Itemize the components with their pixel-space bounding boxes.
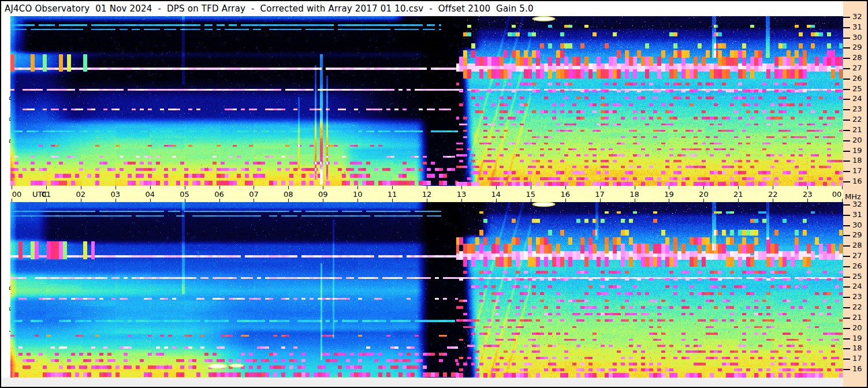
time-tick-label: 10 [353, 190, 363, 199]
time-tick-label: 06 [214, 190, 224, 199]
time-tick [842, 186, 843, 189]
dps-window: AJ4CO Observatory 01 Nov 2024 - DPS on T… [0, 0, 868, 388]
freq-tick [843, 109, 850, 110]
time-tick [357, 186, 358, 189]
freq-tick [843, 286, 850, 288]
time-tick [12, 186, 12, 189]
time-tick-label: 11 [388, 190, 397, 199]
time-tick-label: 23 [803, 190, 813, 199]
freq-tick-label: 21 [852, 314, 862, 322]
time-tick [531, 186, 531, 189]
freq-tick [843, 130, 850, 131]
time-tick-label: 03 [110, 190, 120, 199]
freq-tick [843, 17, 850, 18]
freq-tick [843, 215, 850, 216]
freq-tick [843, 79, 850, 80]
time-tick [116, 186, 116, 189]
freq-tick-label: 25 [852, 273, 862, 281]
freq-tick-label: 29 [852, 231, 862, 239]
time-tick-label: 01 [42, 190, 51, 199]
freq-tick-label: 20 [852, 136, 862, 144]
time-tick [46, 186, 47, 189]
time-tick-label: 21 [733, 190, 743, 199]
left-margin: R C P L C P [1, 16, 10, 387]
time-tick-label: 15 [526, 190, 536, 199]
time-tick [288, 186, 289, 189]
frequency-scale: MHz 323130292827262524232221201918171632… [843, 1, 867, 387]
time-tick [427, 186, 427, 189]
time-tick [219, 186, 220, 189]
freq-tick-label: 29 [852, 43, 862, 51]
freq-tick [843, 318, 850, 319]
freq-tick-label: 24 [852, 282, 862, 290]
freq-tick-label: 18 [852, 344, 862, 352]
time-tick-label: 20 [699, 190, 709, 199]
time-tick-label: 00 [832, 190, 842, 199]
freq-tick [843, 348, 850, 349]
freq-tick [843, 245, 850, 247]
freq-tick-label: 21 [852, 126, 862, 134]
freq-tick-label: 31 [852, 23, 862, 31]
freq-tick-label: 16 [852, 365, 862, 373]
freq-tick [843, 181, 850, 182]
freq-tick-label: 20 [852, 324, 862, 332]
freq-tick [843, 328, 850, 329]
freq-tick-label: 32 [852, 200, 862, 208]
time-tick-label: 13 [457, 190, 467, 199]
freq-tick [843, 140, 850, 141]
freq-tick [843, 277, 850, 278]
freq-tick-label: 17 [852, 355, 862, 363]
freq-tick [843, 359, 850, 360]
time-tick [738, 186, 739, 189]
freq-tick [843, 256, 850, 257]
freq-tick-label: 18 [852, 156, 862, 165]
freq-tick-label: 19 [852, 334, 862, 342]
freq-tick-label: 23 [852, 105, 862, 113]
time-tick-label: 00 [12, 190, 22, 199]
freq-tick [843, 225, 850, 226]
freq-tick [843, 27, 850, 28]
freq-tick [843, 171, 850, 172]
time-tick [669, 186, 669, 189]
freq-tick [843, 151, 850, 152]
freq-tick-label: 30 [852, 221, 862, 229]
time-tick [807, 186, 808, 189]
freq-tick-label: 31 [852, 211, 862, 219]
title-bar: AJ4CO Observatory 01 Nov 2024 - DPS on T… [1, 1, 843, 16]
freq-tick [843, 120, 850, 121]
time-tick-label: 05 [180, 190, 189, 199]
freq-tick-label: 27 [852, 64, 862, 72]
freq-tick-label: 26 [852, 74, 862, 83]
time-tick [323, 186, 323, 189]
time-tick [461, 186, 462, 189]
time-tick [565, 186, 566, 189]
freq-tick [843, 297, 850, 298]
time-tick [81, 186, 81, 189]
time-tick-label: 02 [76, 190, 86, 199]
freq-tick-label: 30 [852, 33, 862, 42]
time-tick [635, 186, 635, 189]
freq-tick-label: 22 [852, 115, 862, 124]
time-tick-label: 22 [768, 190, 778, 199]
freq-tick [843, 307, 850, 308]
time-tick [150, 186, 151, 189]
freq-tick [843, 89, 850, 90]
time-tick-label: 08 [284, 190, 293, 199]
freq-tick-label: 23 [852, 293, 862, 301]
time-tick [254, 186, 254, 189]
time-tick-label: 19 [664, 190, 674, 199]
time-tick [773, 186, 773, 189]
time-tick [392, 186, 393, 189]
time-tick-label: 17 [595, 190, 605, 199]
freq-tick-label: 28 [852, 54, 862, 62]
time-tick [496, 186, 497, 189]
freq-tick [843, 161, 850, 162]
time-tick [703, 186, 704, 189]
freq-tick-label: 26 [852, 262, 862, 270]
lcp-spectrogram [10, 202, 843, 378]
freq-tick-label: 19 [852, 147, 862, 155]
freq-tick-label: 32 [852, 13, 862, 21]
time-tick-label: 07 [249, 190, 259, 199]
freq-tick [843, 235, 850, 236]
bottom-margin [1, 378, 843, 387]
